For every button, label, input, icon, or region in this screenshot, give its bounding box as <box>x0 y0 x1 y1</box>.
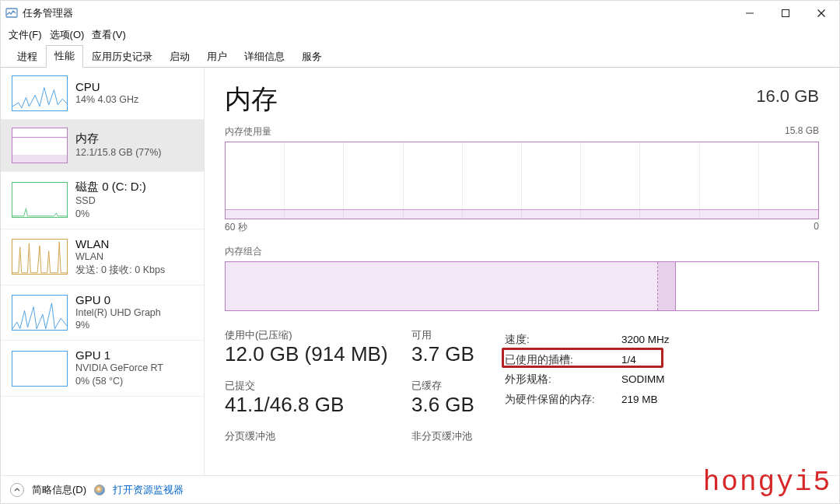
in-use-label: 使用中(已压缩) <box>225 328 404 342</box>
maximize-button[interactable] <box>768 1 803 26</box>
sidebar-disk-sub: SSD 0% <box>75 194 146 221</box>
sidebar-cpu-title: CPU <box>75 80 138 93</box>
paged-pool-label: 分页缓冲池 <box>225 429 404 443</box>
page-title: 内存 <box>225 82 278 117</box>
tab-users[interactable]: 用户 <box>198 46 236 68</box>
brief-info-link[interactable]: 简略信息(D) <box>32 483 86 497</box>
gpu1-thumb <box>12 351 68 387</box>
cached-label: 已缓存 <box>411 379 497 393</box>
available-label: 可用 <box>411 328 497 342</box>
tab-startup[interactable]: 启动 <box>161 46 198 68</box>
sidebar: CPU 14% 4.03 GHz 内存 12.1/15.8 GB (77%) <box>1 68 205 475</box>
resource-monitor-icon <box>94 485 105 495</box>
app-icon <box>5 7 18 19</box>
tab-app-history[interactable]: 应用历史记录 <box>83 46 161 68</box>
titlebar: 任务管理器 <box>1 1 839 26</box>
reserved-value: 219 MB <box>621 390 658 410</box>
gpu0-thumb <box>12 295 68 331</box>
tab-details[interactable]: 详细信息 <box>236 46 293 68</box>
usage-chart-label: 内存使用量 <box>225 125 271 138</box>
tab-performance[interactable]: 性能 <box>46 45 83 68</box>
form-key: 外形规格: <box>505 369 621 390</box>
disk-thumb <box>12 182 68 218</box>
composition-label: 内存组合 <box>225 245 819 258</box>
reserved-key: 为硬件保留的内存: <box>505 390 621 410</box>
form-value: SODIMM <box>621 369 665 390</box>
sidebar-item-cpu[interactable]: CPU 14% 4.03 GHz <box>1 68 204 120</box>
sidebar-gpu1-sub: NVIDIA GeForce RT 0% (58 °C) <box>75 362 163 388</box>
menu-file[interactable]: 文件(F) <box>9 28 42 42</box>
window-title: 任务管理器 <box>23 6 73 20</box>
sidebar-cpu-sub: 14% 4.03 GHz <box>75 93 138 107</box>
body: CPU 14% 4.03 GHz 内存 12.1/15.8 GB (77%) <box>1 68 839 475</box>
sidebar-item-memory[interactable]: 内存 12.1/15.8 GB (77%) <box>1 120 204 172</box>
usage-x-left: 60 秒 <box>225 221 247 234</box>
window-controls <box>732 1 839 26</box>
committed-label: 已提交 <box>225 379 404 393</box>
sidebar-item-gpu1[interactable]: GPU 1 NVIDIA GeForce RT 0% (58 °C) <box>1 341 204 397</box>
collapse-icon[interactable] <box>10 483 24 497</box>
watermark-text: hongyi5 <box>703 467 831 499</box>
memory-usage-chart <box>225 142 819 219</box>
tabstrip: 进程 性能 应用历史记录 启动 用户 详细信息 服务 <box>1 46 839 68</box>
sidebar-item-disk[interactable]: 磁盘 0 (C: D:) SSD 0% <box>1 172 204 229</box>
sidebar-wlan-sub: WLAN 发送: 0 接收: 0 Kbps <box>75 250 165 277</box>
committed-value: 41.1/46.8 GB <box>225 393 404 417</box>
wlan-thumb <box>12 239 68 275</box>
in-use-value: 12.0 GB (914 MB) <box>225 342 404 366</box>
tab-processes[interactable]: 进程 <box>9 46 46 68</box>
usage-chart-max: 15.8 GB <box>785 125 819 138</box>
open-resource-monitor-link[interactable]: 打开资源监视器 <box>113 483 184 497</box>
cached-value: 3.6 GB <box>411 393 497 417</box>
nonpaged-pool-label: 非分页缓冲池 <box>411 429 497 443</box>
highlight-annotation <box>502 348 663 368</box>
sidebar-item-gpu0[interactable]: GPU 0 Intel(R) UHD Graph 9% <box>1 285 204 341</box>
sidebar-disk-title: 磁盘 0 (C: D:) <box>75 180 146 194</box>
minimize-button[interactable] <box>732 1 768 26</box>
sidebar-memory-title: 内存 <box>75 131 161 146</box>
menubar: 文件(F) 选项(O) 查看(V) <box>1 26 839 46</box>
main-panel: 内存 16.0 GB 内存使用量 15.8 GB 60 秒 0 内存组合 <box>205 68 839 475</box>
memory-thumb <box>12 128 68 163</box>
speed-value: 3200 MHz <box>621 330 670 350</box>
sidebar-gpu0-sub: Intel(R) UHD Graph 9% <box>75 306 161 333</box>
usage-x-right: 0 <box>814 221 819 234</box>
sidebar-item-wlan[interactable]: WLAN WLAN 发送: 0 接收: 0 Kbps <box>1 229 204 285</box>
cpu-thumb <box>12 75 68 111</box>
sidebar-memory-sub: 12.1/15.8 GB (77%) <box>75 146 161 159</box>
menu-options[interactable]: 选项(O) <box>50 28 85 42</box>
speed-key: 速度: <box>505 330 621 350</box>
memory-total: 16.0 GB <box>756 86 819 107</box>
sidebar-gpu0-title: GPU 0 <box>75 293 161 306</box>
memory-composition-chart <box>225 261 819 311</box>
tab-services[interactable]: 服务 <box>293 46 331 68</box>
menu-view[interactable]: 查看(V) <box>92 28 125 42</box>
svg-rect-2 <box>782 10 789 17</box>
available-value: 3.7 GB <box>411 342 497 366</box>
close-button[interactable] <box>803 1 839 26</box>
sidebar-gpu1-title: GPU 1 <box>75 348 163 362</box>
task-manager-window: 任务管理器 文件(F) 选项(O) 查看(V) 进程 性能 应用历史记录 启动 … <box>0 0 840 504</box>
sidebar-wlan-title: WLAN <box>75 237 165 250</box>
